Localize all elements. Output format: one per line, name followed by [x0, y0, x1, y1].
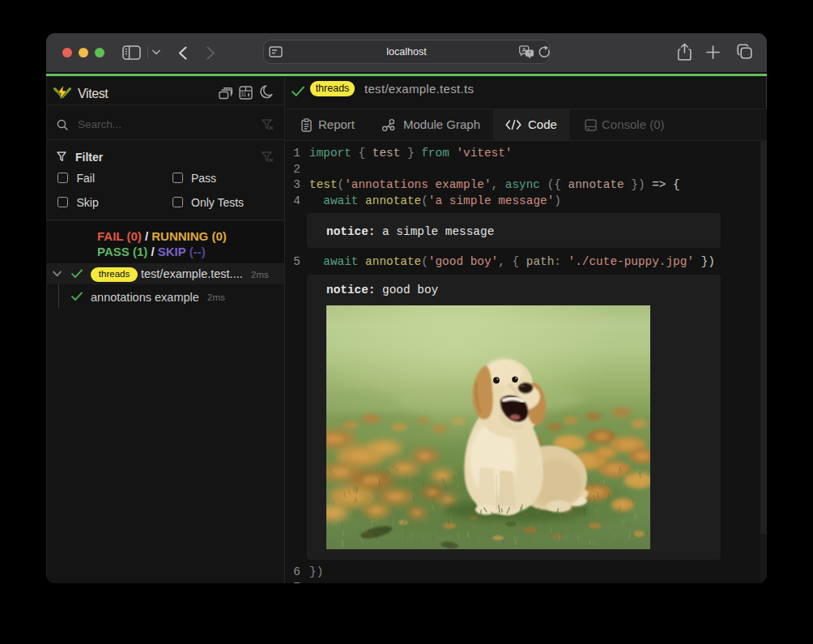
svg-text:31: 31	[240, 92, 247, 97]
svg-text:*: *	[529, 50, 531, 56]
